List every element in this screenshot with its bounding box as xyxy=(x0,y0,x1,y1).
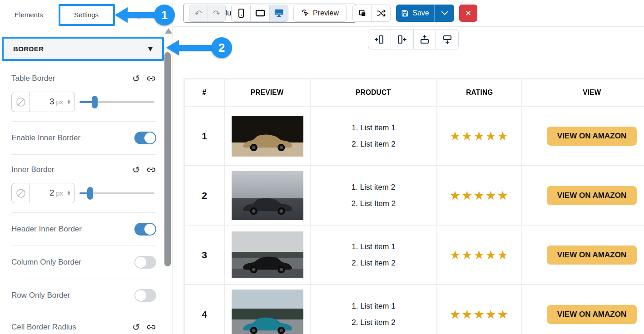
product-cell: 1. List item 22. List Item 2 xyxy=(311,166,436,225)
table-border-input[interactable]: 3 px ▲▼ xyxy=(11,92,75,112)
view-cell: VIEW ON AMAZON xyxy=(522,166,644,225)
redo-icon: ↷ xyxy=(213,8,220,18)
insert-column-left-button[interactable] xyxy=(368,29,391,49)
save-label: Save xyxy=(412,9,429,17)
shuffle-icon xyxy=(376,9,386,17)
tab-responsive[interactable]: Responsive xyxy=(115,11,173,19)
stepper-arrows-icon[interactable]: ▲▼ xyxy=(65,191,71,196)
product-table: #PREVIEWPRODUCTRATINGVIEW 1 1. List item… xyxy=(183,78,644,334)
insert-column-right-icon xyxy=(396,34,407,45)
list-item: 2. List Item 2 xyxy=(352,199,396,208)
gold-concept-car-image[interactable] xyxy=(232,116,303,157)
reset-icon[interactable]: ↺ xyxy=(132,74,140,83)
insert-row-bottom-icon xyxy=(442,34,453,45)
reset-icon[interactable]: ↺ xyxy=(132,323,140,332)
list-item: 1. List item 2 xyxy=(352,183,396,192)
insert-column-right-button[interactable] xyxy=(391,29,413,49)
desktop-icon xyxy=(274,9,284,18)
tab-elements[interactable]: Elements xyxy=(0,11,58,19)
inner-border-slider[interactable] xyxy=(79,187,156,200)
table-border-control: Table Border ↺ 3 xyxy=(0,74,163,122)
cell-border-radius-control: Cell Border Radius ↺ xyxy=(0,322,163,334)
star-rating: ★★★★★ xyxy=(450,188,509,202)
mobile-view-button[interactable] xyxy=(232,5,250,21)
list-item: 2. List item 2 xyxy=(352,140,395,149)
column-header: # xyxy=(185,79,224,106)
sidebar-tabs: Elements Settings Responsive xyxy=(0,0,173,27)
save-dropdown-button[interactable] xyxy=(434,5,454,22)
view-cell: VIEW ON AMAZON xyxy=(522,285,644,334)
inner-border-input[interactable]: 2 px ▲▼ xyxy=(11,183,75,203)
settings-sidebar: Elements Settings Responsive BORDER ▼ Ta… xyxy=(0,0,173,334)
teal-hatchback-image[interactable] xyxy=(232,290,303,334)
insert-row-top-icon xyxy=(419,34,430,45)
undo-button[interactable]: ↶ xyxy=(189,5,208,21)
link-icon[interactable] xyxy=(146,74,156,84)
rating-cell: ★★★★★ xyxy=(437,285,521,334)
list-item: 2. List item 2 xyxy=(352,318,395,327)
view-on-amazon-button[interactable]: VIEW ON AMAZON xyxy=(547,246,637,265)
no-color-icon[interactable] xyxy=(12,92,30,112)
tab-settings[interactable]: Settings xyxy=(58,11,115,19)
chevron-down-icon xyxy=(441,11,448,15)
black-porsche-rear-image[interactable] xyxy=(232,231,303,278)
row-only-border-label: Row Only Border xyxy=(11,291,70,300)
star-rating: ★★★★★ xyxy=(450,129,509,143)
save-icon xyxy=(401,10,409,17)
view-on-amazon-button[interactable]: VIEW ON AMAZON xyxy=(547,127,637,146)
insert-row-top-button[interactable] xyxy=(413,29,436,49)
border-section-header[interactable]: BORDER ▼ xyxy=(4,39,162,59)
annotation-number-2: 2 xyxy=(211,37,232,58)
duplicate-icon xyxy=(358,9,367,17)
insert-row-bottom-button[interactable] xyxy=(436,29,458,49)
row-only-border-toggle[interactable] xyxy=(134,289,156,302)
inner-border-label: Inner Border xyxy=(11,165,54,174)
scroll-up-arrow-icon[interactable] xyxy=(165,28,172,34)
save-button[interactable]: Save xyxy=(396,5,434,22)
close-editor-button[interactable]: ✕ xyxy=(459,5,477,22)
tablet-view-button[interactable] xyxy=(250,5,269,21)
row-number: 1 xyxy=(185,107,224,165)
tablet-icon xyxy=(255,9,265,17)
reset-icon[interactable]: ↺ xyxy=(132,165,140,174)
header-inner-border-control: Header Inner Border xyxy=(0,213,163,246)
rating-cell: ★★★★★ xyxy=(437,166,521,225)
enable-inner-border-toggle[interactable] xyxy=(134,132,156,144)
table-border-slider[interactable] xyxy=(79,96,156,108)
list-item: 2. List item 2 xyxy=(352,259,395,268)
header-inner-border-toggle[interactable] xyxy=(134,223,156,236)
cursor-click-icon xyxy=(301,9,309,17)
desktop-view-button[interactable] xyxy=(269,5,288,21)
cell-border-radius-label: Cell Border Radius xyxy=(11,323,76,332)
stepper-arrows-icon[interactable]: ▲▼ xyxy=(65,99,71,104)
column-only-border-toggle[interactable] xyxy=(134,256,156,269)
duplicate-button[interactable] xyxy=(353,5,372,21)
border-settings-panel: Table Border ↺ 3 xyxy=(0,64,163,334)
link-icon[interactable] xyxy=(146,165,156,175)
star-rating: ★★★★★ xyxy=(450,307,509,321)
column-only-border-control: Column Only Border xyxy=(0,246,163,279)
column-header: PREVIEW xyxy=(225,79,310,106)
close-icon: ✕ xyxy=(465,9,471,18)
table-structure-toolbar xyxy=(368,29,459,49)
view-on-amazon-button[interactable]: VIEW ON AMAZON xyxy=(547,186,637,205)
inner-border-unit: px xyxy=(56,189,63,197)
preview-button[interactable]: Preview xyxy=(293,5,347,22)
product-cell: 1. List item 12. List item 2 xyxy=(311,226,436,284)
no-color-icon[interactable] xyxy=(12,183,30,203)
dark-mustang-front-image[interactable] xyxy=(232,171,303,220)
enable-inner-border-label: Enable Inner Border xyxy=(11,133,80,142)
annotation-arrow-2 xyxy=(166,40,214,55)
column-only-border-label: Column Only Border xyxy=(11,258,81,267)
table-border-label: Table Border xyxy=(11,74,55,83)
preview-cell xyxy=(225,107,310,165)
view-on-amazon-button[interactable]: VIEW ON AMAZON xyxy=(547,305,637,324)
product-cell: 1. List item 12. List item 2 xyxy=(311,107,436,165)
redo-button[interactable]: ↷ xyxy=(208,5,226,21)
save-split-button: Save xyxy=(396,5,454,22)
preview-cell xyxy=(225,285,310,334)
link-icon[interactable] xyxy=(146,322,156,332)
table-border-value: 3 xyxy=(50,97,54,107)
shuffle-button[interactable] xyxy=(372,5,390,21)
sidebar-scrollbar-thumb[interactable] xyxy=(164,52,171,266)
